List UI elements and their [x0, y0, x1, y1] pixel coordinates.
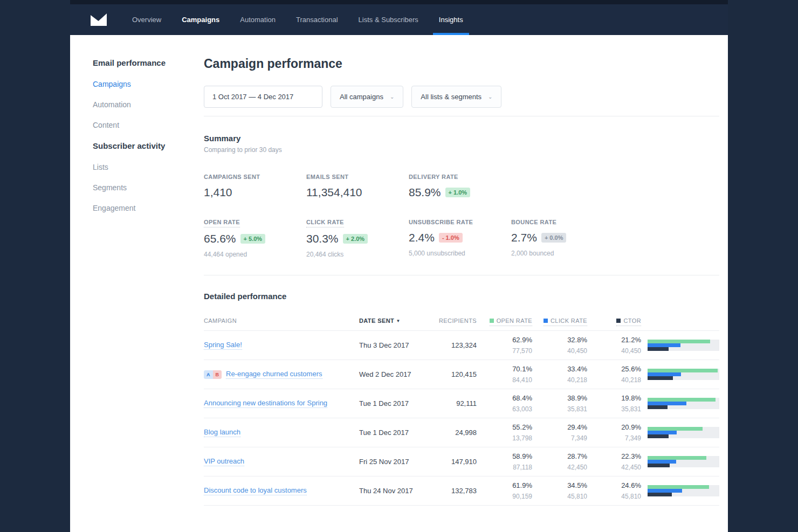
ctor-cell: 22.3%42,450 — [587, 452, 641, 471]
open-rate-cell: 55.2%13,798 — [477, 423, 532, 442]
click-rate-bar — [648, 402, 686, 405]
lists-filter-dropdown[interactable]: All lists & segments ⌄ — [411, 86, 501, 108]
recipients-cell: 132,783 — [428, 487, 477, 495]
metric-value-campaigns-sent: 1,410 — [204, 186, 232, 199]
recipients-cell: 147,910 — [428, 458, 477, 466]
recipients-cell: 123,324 — [428, 341, 477, 349]
campaign-link-discount-code-to-loyal-customers[interactable]: Discount code to loyal customers — [204, 486, 307, 495]
column-header-date-sent[interactable]: DATE SENT ▼ — [359, 317, 428, 324]
open-rate-cell: 70.1%84,410 — [477, 365, 532, 384]
app-window: OverviewCampaignsAutomationTransactional… — [70, 0, 728, 532]
table-row: Spring Sale!Thu 3 Dec 2017123,32462.9%77… — [204, 331, 719, 360]
open-rate-percent: 70.1% — [477, 365, 532, 373]
metric-unsubscribe-rate: UNSUBSCRIBE RATE2.4%- 1.0%5,000 unsubscr… — [409, 217, 511, 258]
ctor-rate-bar — [648, 405, 668, 409]
table-row: VIP outreachFri 25 Nov 2017147,91058.9%8… — [204, 447, 719, 476]
delta-badge-click-rate: + 2.0% — [343, 234, 368, 244]
metric-value-line: 85.9%+ 1.0% — [409, 186, 511, 199]
top-navbar: OverviewCampaignsAutomationTransactional… — [70, 4, 728, 35]
ctor-percent: 20.9% — [587, 423, 641, 431]
open-rate-bar — [648, 398, 716, 402]
click-rate-legend-icon — [544, 319, 548, 323]
column-header-click-rate[interactable]: CLICK RATE — [532, 317, 587, 324]
nav-tab-overview[interactable]: Overview — [122, 4, 171, 35]
click-rate-cell: 28.7%42,450 — [532, 452, 587, 471]
click-rate-percent: 33.4% — [532, 365, 587, 373]
metric-value-line: 11,354,410 — [306, 186, 409, 199]
click-rate-bar — [648, 372, 681, 376]
column-header-open-rate[interactable]: OPEN RATE — [477, 317, 532, 324]
open-rate-cell: 58.9%87,118 — [477, 452, 532, 471]
table-header-row: CAMPAIGN DATE SENT ▼ RECIPIENTS OPEN RAT… — [204, 303, 719, 331]
ctor-cell: 25.6%40,218 — [587, 365, 641, 384]
click-rate-count: 42,450 — [532, 464, 587, 471]
ctor-cell: 20.9%7,349 — [587, 423, 641, 442]
sidebar-item-lists[interactable]: Lists — [93, 163, 204, 171]
metric-value-delivery-rate: 85.9% — [409, 186, 441, 199]
date-range-picker[interactable]: 1 Oct 2017 — 4 Dec 2017 — [204, 86, 322, 108]
metric-value-line: 1,410 — [204, 186, 306, 199]
rate-bars-chart — [648, 398, 719, 409]
ctor-rate-bar — [648, 434, 669, 438]
campaign-link-announcing-new-destinations-for-spring[interactable]: Announcing new destinations for Spring — [204, 399, 327, 408]
metric-value-emails-sent: 11,354,410 — [306, 186, 362, 199]
campaign-cell: Blog launch — [204, 428, 359, 437]
click-rate-percent: 34.5% — [532, 481, 587, 489]
open-rate-count: 84,410 — [477, 376, 532, 384]
metric-label-click-rate[interactable]: CLICK RATE — [306, 219, 344, 227]
metric-subtext-click-rate: 20,464 clicks — [306, 251, 409, 258]
campaign-cell: ABRe-engage churned customers — [204, 370, 359, 379]
campaigns-filter-dropdown[interactable]: All campaigns ⌄ — [331, 86, 403, 108]
metric-label-open-rate[interactable]: OPEN RATE — [204, 219, 240, 227]
metric-label-emails-sent: EMAILS SENT — [306, 174, 348, 180]
click-rate-bar — [648, 460, 676, 464]
ctor-rate-bar — [648, 347, 669, 351]
nav-tab-insights[interactable]: Insights — [429, 4, 473, 35]
ctor-percent: 21.2% — [587, 336, 641, 344]
sidebar-item-segments[interactable]: Segments — [93, 183, 204, 192]
campaigns-filter-value: All campaigns — [340, 93, 383, 101]
chevron-down-icon: ⌄ — [390, 94, 394, 100]
sidebar-item-automation[interactable]: Automation — [93, 100, 204, 109]
open-rate-cell: 68.4%63,003 — [477, 394, 532, 413]
date-sent-cell: Wed 2 Dec 2017 — [359, 370, 428, 378]
nav-tab-lists-subscribers[interactable]: Lists & Subscribers — [348, 4, 429, 35]
ctor-count: 42,450 — [587, 464, 641, 471]
sidebar-item-engagement[interactable]: Engagement — [93, 204, 204, 212]
column-header-ctor[interactable]: CTOR — [587, 317, 641, 324]
campaign-link-blog-launch[interactable]: Blog launch — [204, 428, 240, 437]
app-logo[interactable] — [91, 4, 107, 35]
campaign-link-re-engage-churned-customers[interactable]: Re-engage churned customers — [226, 370, 322, 379]
nav-tab-transactional[interactable]: Transactional — [286, 4, 348, 35]
ctor-rate-bar — [648, 376, 673, 380]
recipients-cell: 24,998 — [428, 429, 477, 437]
table-row: ABRe-engage churned customersWed 2 Dec 2… — [204, 360, 719, 389]
filters-bar: 1 Oct 2017 — 4 Dec 2017 All campaigns ⌄ … — [204, 86, 719, 108]
rate-bars-chart — [648, 340, 719, 351]
open-rate-count: 63,003 — [477, 405, 532, 413]
metric-subtext-open-rate: 44,464 opened — [204, 251, 306, 258]
campaign-link-vip-outreach[interactable]: VIP outreach — [204, 457, 244, 466]
click-rate-cell: 33.4%40,218 — [532, 365, 587, 384]
click-rate-percent: 32.8% — [532, 336, 587, 344]
metric-value-bounce-rate: 2.7% — [511, 231, 537, 244]
open-rate-bar — [648, 456, 706, 460]
campaign-link-spring-sale[interactable]: Spring Sale! — [204, 341, 242, 350]
click-rate-cell: 32.8%40,450 — [532, 336, 587, 355]
metric-label-campaigns-sent: CAMPAIGNS SENT — [204, 174, 260, 180]
sidebar-item-campaigns[interactable]: Campaigns — [93, 80, 204, 88]
click-rate-cell: 38.9%35,831 — [532, 394, 587, 413]
campaign-cell: VIP outreach — [204, 457, 359, 466]
ctor-count: 40,218 — [587, 376, 641, 384]
open-rate-cell: 62.9%77,570 — [477, 336, 532, 355]
open-rate-count: 87,118 — [477, 464, 532, 471]
metric-label-unsubscribe-rate: UNSUBSCRIBE RATE — [409, 219, 473, 225]
metric-label-delivery-rate: DELIVERY RATE — [409, 174, 458, 180]
date-range-value: 1 Oct 2017 — 4 Dec 2017 — [212, 93, 293, 101]
ctor-cell: 19.8%35,831 — [587, 394, 641, 413]
open-rate-bar — [648, 485, 709, 489]
nav-tab-campaigns[interactable]: Campaigns — [171, 4, 230, 35]
sidebar-item-content[interactable]: Content — [93, 121, 204, 129]
content-area: Email performanceCampaignsAutomationCont… — [70, 35, 728, 532]
nav-tab-automation[interactable]: Automation — [230, 4, 286, 35]
